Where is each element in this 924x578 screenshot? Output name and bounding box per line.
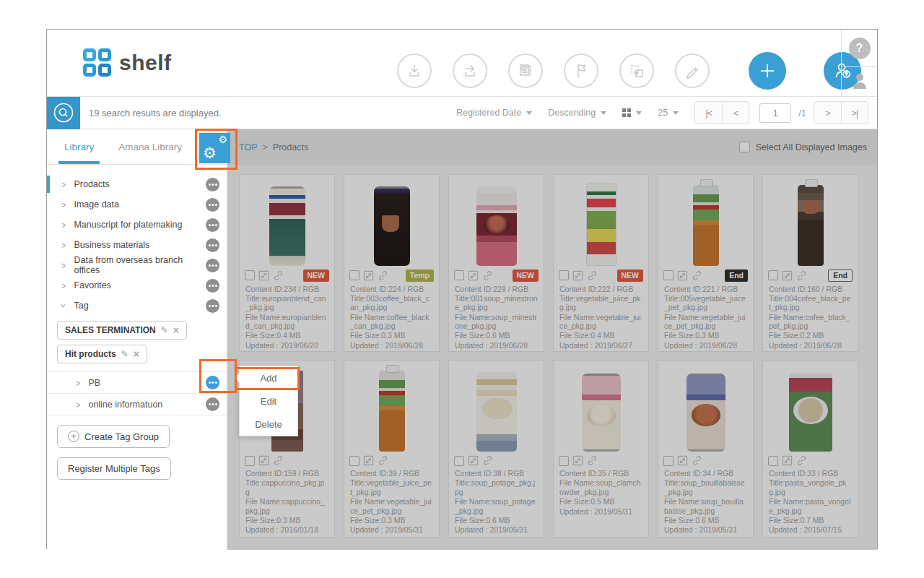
- folder-label: Data from overseas branch offices: [74, 255, 206, 275]
- plus-circle-icon: +: [68, 431, 79, 442]
- prev-page-button[interactable]: <: [722, 102, 749, 124]
- item-options-button[interactable]: [206, 279, 219, 293]
- page-total: /1: [798, 108, 806, 118]
- sort-order-dropdown[interactable]: Descending: [548, 108, 606, 118]
- news-documents-icon[interactable]: [508, 53, 543, 88]
- folder-label: Manuscript for platemaking: [74, 220, 182, 230]
- search-bar: 19 search results are displayed. Registe…: [47, 97, 877, 129]
- remove-tag-icon[interactable]: ×: [173, 325, 179, 335]
- remove-tag-icon[interactable]: ×: [134, 349, 139, 359]
- flag-icon[interactable]: [564, 53, 598, 88]
- tag-chip-list: SALES TERMINATION ✎ × Hit products ✎ ×: [47, 316, 227, 371]
- tag-chip-label: Hit products: [65, 349, 116, 359]
- first-page-button[interactable]: |<: [695, 102, 722, 124]
- page: shelf: [0, 0, 924, 578]
- logo-text: shelf: [119, 51, 172, 75]
- sidebar-tag-group[interactable]: > Tag: [47, 296, 227, 316]
- context-menu-item[interactable]: Delete: [240, 413, 297, 436]
- tag-subgroup-row[interactable]: > online informatuon: [47, 394, 227, 415]
- page-size-dropdown[interactable]: 25: [658, 108, 679, 118]
- sort-field-dropdown[interactable]: Registered Date: [456, 108, 532, 118]
- tag-options-button[interactable]: [206, 376, 219, 389]
- app-logo[interactable]: shelf: [83, 48, 172, 77]
- chevron-right-icon: >: [61, 220, 66, 230]
- help-button[interactable]: ?: [849, 38, 871, 59]
- folder-label: Favorites: [74, 280, 110, 290]
- tag-group-label: Tag: [74, 301, 88, 311]
- chevron-right-icon: >: [61, 240, 66, 250]
- shelf-logo-icon: [83, 48, 112, 77]
- folder-label: Prodacts: [74, 179, 109, 189]
- chevron-down-icon: [673, 111, 679, 118]
- app-window: shelf: [46, 29, 878, 549]
- sidebar-folder-item[interactable]: > Business materials: [47, 235, 227, 255]
- create-tag-group-button[interactable]: + Create Tag Group: [57, 425, 170, 448]
- chevron-right-icon: >: [76, 399, 80, 409]
- header-toolbar: [397, 52, 861, 90]
- chevron-right-icon: >: [61, 280, 66, 290]
- chevron-right-icon: >: [61, 179, 66, 189]
- sidebar-folder-item[interactable]: > Manuscript for platemaking: [47, 215, 227, 235]
- export-icon[interactable]: [453, 53, 487, 88]
- sidebar-folder-item[interactable]: > Favorites: [47, 275, 227, 296]
- chevron-down-icon: [601, 111, 606, 118]
- list-controls: Registered Date Descending 25 |< < /1 > …: [456, 101, 877, 124]
- tag-group-options-button[interactable]: [206, 299, 219, 313]
- grid-view-icon: [622, 108, 631, 117]
- folder-label: Business materials: [74, 240, 149, 250]
- tag-chip-label: SALES TERMINATION: [65, 325, 156, 335]
- page-number-input[interactable]: [759, 103, 791, 123]
- tag-options-button[interactable]: [206, 397, 219, 411]
- item-options-button[interactable]: [206, 178, 219, 191]
- item-options-button[interactable]: [206, 238, 219, 252]
- context-menu-item[interactable]: Add: [240, 366, 297, 389]
- tag-subgroup-label: PB: [88, 378, 100, 388]
- sidebar-tab[interactable]: Amana Library: [118, 129, 182, 164]
- chevron-down-icon: >: [58, 303, 69, 308]
- sidebar: Library Amana Library ⚙⚙ > Prodacts: [47, 129, 227, 550]
- chevron-down-icon: [526, 111, 532, 118]
- context-menu-item[interactable]: Edit: [240, 389, 297, 413]
- chevron-right-icon: >: [76, 377, 80, 387]
- chevron-right-icon: >: [61, 199, 66, 210]
- account-icon[interactable]: [851, 72, 868, 93]
- sidebar-folder-item[interactable]: > Prodacts: [47, 174, 227, 194]
- header: shelf: [47, 30, 877, 97]
- item-options-button[interactable]: [206, 198, 219, 212]
- context-menu: Add Edit Delete: [239, 366, 298, 436]
- sidebar-folder-item[interactable]: > Image data: [47, 194, 227, 215]
- download-icon[interactable]: [397, 53, 432, 88]
- edit-tag-icon[interactable]: ✎: [161, 325, 168, 335]
- help-label: ?: [856, 42, 863, 55]
- item-options-button[interactable]: [206, 259, 219, 272]
- next-page-button[interactable]: >: [814, 102, 841, 124]
- edit-tag-icon[interactable]: ✎: [121, 349, 128, 359]
- chevron-down-icon: [636, 111, 642, 118]
- tag-subgroup-label: online informatuon: [88, 400, 162, 410]
- sidebar-folder-item[interactable]: > Data from overseas branch offices: [47, 255, 227, 275]
- results-count: 19 search results are displayed.: [89, 108, 222, 118]
- settings-gear-button[interactable]: ⚙⚙: [199, 133, 230, 163]
- dim-overlay: [227, 129, 877, 550]
- gears-icon: ⚙⚙: [199, 133, 230, 163]
- sidebar-tab[interactable]: Library: [64, 129, 94, 164]
- tag-chip[interactable]: Hit products ✎ ×: [57, 345, 147, 363]
- add-button[interactable]: [749, 52, 786, 90]
- header-side-panel: ?: [841, 30, 877, 97]
- register-multiple-tags-button[interactable]: Register Multiple Tags: [57, 457, 171, 480]
- chevron-right-icon: >: [61, 260, 66, 270]
- item-options-button[interactable]: [206, 218, 219, 232]
- tag-subgroup-row[interactable]: > PB: [47, 372, 227, 394]
- library-tree: > Prodacts > Image data > Manuscript for…: [47, 165, 227, 296]
- view-mode-dropdown[interactable]: [622, 108, 642, 118]
- content-area: TOP>Prodacts Select All Displayed Images: [227, 129, 877, 550]
- pagination: |< < /1 > >|: [694, 101, 868, 124]
- tag-chip[interactable]: SALES TERMINATION ✎ ×: [57, 321, 187, 340]
- folder-label: Image data: [74, 199, 119, 210]
- sidebar-tabs: Library Amana Library ⚙⚙: [47, 129, 227, 165]
- duplicate-icon[interactable]: [619, 53, 654, 88]
- edit-pencil-icon[interactable]: [675, 53, 710, 88]
- tag-subgroup-list: > PB > online informatuon: [47, 371, 227, 415]
- last-page-button[interactable]: >|: [841, 102, 868, 124]
- search-icon[interactable]: [47, 97, 80, 129]
